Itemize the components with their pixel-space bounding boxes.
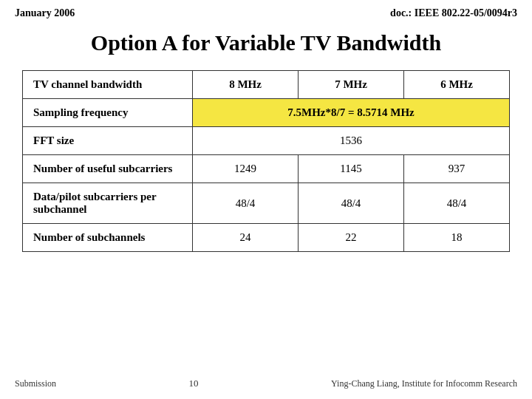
page-title: Option A for Variable TV Bandwidth [15,30,517,55]
footer-submission: Submission [15,378,56,389]
row-val-subcarriers-8: 1249 [193,155,299,183]
header-doc: doc.: IEEE 802.22-05/0094r3 [390,7,517,19]
row-val-subchannels-7: 22 [299,224,404,252]
row-val-subchannels-6: 18 [404,224,510,252]
table-row-fft: FFT size 1536 [23,127,510,155]
row-label-subcarriers: Number of useful subcarriers [23,155,193,183]
row-val-subchannels-8: 24 [193,224,299,252]
data-table: TV channel bandwidth 8 MHz 7 MHz 6 MHz S… [22,70,510,252]
page-header: January 2006 doc.: IEEE 802.22-05/0094r3 [0,0,532,23]
row-val-subcarriers-6: 937 [404,155,510,183]
table-row-subcarriers: Number of useful subcarriers 1249 1145 9… [23,155,510,183]
row-val-pilot-6: 48/4 [404,183,510,224]
row-val-subcarriers-7: 1145 [299,155,404,183]
footer-page-number: 10 [189,378,199,389]
row-val-pilot-7: 48/4 [299,183,404,224]
table-row-pilot: Data/pilot subcarriers per subchannel 48… [23,183,510,224]
page-footer: Submission 10 Ying-Chang Liang, Institut… [0,369,532,393]
row-label-subchannels: Number of subchannels [23,224,193,252]
table-row-sampling: Sampling frequency 7.5MHz*8/7 = 8.5714 M… [23,99,510,127]
col-header-label: TV channel bandwidth [23,71,193,99]
col-header-6mhz: 6 MHz [404,71,510,99]
row-label-sampling: Sampling frequency [23,99,193,127]
main-table-container: TV channel bandwidth 8 MHz 7 MHz 6 MHz S… [22,70,510,252]
header-date: January 2006 [15,7,75,19]
row-label-pilot: Data/pilot subcarriers per subchannel [23,183,193,224]
row-value-sampling: 7.5MHz*8/7 = 8.5714 MHz [193,99,510,127]
row-label-fft: FFT size [23,127,193,155]
footer-author: Ying-Chang Liang, Institute for Infocomm… [331,378,517,389]
table-header-row: TV channel bandwidth 8 MHz 7 MHz 6 MHz [23,71,510,99]
table-row-subchannels: Number of subchannels 24 22 18 [23,224,510,252]
row-value-fft: 1536 [193,127,510,155]
col-header-7mhz: 7 MHz [299,71,404,99]
row-val-pilot-8: 48/4 [193,183,299,224]
col-header-8mhz: 8 MHz [193,71,299,99]
